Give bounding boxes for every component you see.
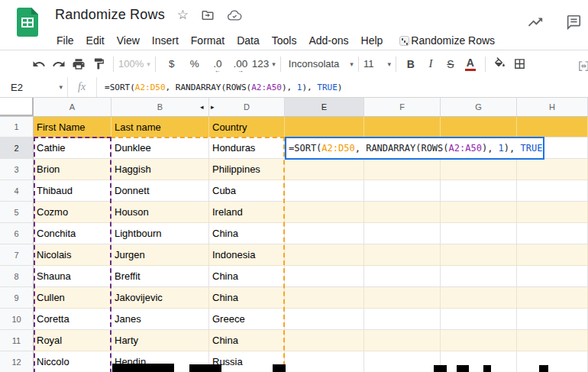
italic-button[interactable]: I [421,55,441,73]
fill-color-button[interactable] [490,55,510,73]
column-header-G[interactable]: G [441,98,517,116]
cell[interactable] [364,309,441,330]
cell[interactable]: Jakovijevic [111,287,209,309]
cell[interactable]: Honduras [209,137,285,159]
header-cell[interactable] [441,117,517,137]
column-header-F[interactable]: F [364,98,441,116]
increase-decimals-button[interactable]: .00→ [229,55,252,73]
format-currency-button[interactable]: $ [160,55,183,73]
menu-data[interactable]: Data [231,34,266,47]
cell[interactable] [285,223,364,244]
cell[interactable] [364,244,441,266]
menu-help[interactable]: Help [355,34,389,47]
row-header-12[interactable]: 12 [0,351,34,372]
cell[interactable]: Philippines [209,159,285,180]
formula-input[interactable]: =SORT(A2:D50, RANDARRAY(ROWS(A2:A50), 1)… [97,82,342,92]
format-percent-button[interactable]: % [183,55,206,73]
cell[interactable]: Indonesia [209,244,285,266]
cell[interactable]: Houson [111,202,209,223]
cell[interactable] [285,330,364,351]
cell[interactable]: Haggish [111,159,209,180]
trending-icon[interactable] [527,14,544,34]
row-header-7[interactable]: 7 [0,244,34,266]
cell[interactable] [285,309,364,330]
paint-format-button[interactable] [89,55,108,73]
cell[interactable] [441,287,517,309]
cell[interactable]: Ireland [209,202,285,223]
cell[interactable] [441,309,517,330]
cell[interactable]: Niccolo [34,351,111,372]
cell[interactable] [285,351,364,372]
document-title[interactable]: Randomize Rows [55,7,165,23]
row-header-6[interactable]: 6 [0,223,34,244]
cell[interactable] [441,223,517,244]
cell[interactable]: Cozmo [34,202,111,223]
cell[interactable] [364,159,441,180]
cell[interactable]: Breffit [111,266,209,287]
menu-view[interactable]: View [111,34,146,47]
cell[interactable] [364,330,441,351]
cell[interactable]: China [209,287,285,309]
cell[interactable]: Greece [209,309,285,330]
cell[interactable] [517,180,588,202]
decrease-decimals-button[interactable]: .0← [206,55,229,73]
comments-icon[interactable] [565,14,582,34]
cell[interactable]: Cuba [209,180,285,202]
menu-edit[interactable]: Edit [80,34,111,47]
cell[interactable]: Cathie [34,137,111,159]
menu-tools[interactable]: Tools [266,34,303,47]
cell[interactable]: Janes [111,309,209,330]
cell[interactable] [441,159,517,180]
column-header-E[interactable]: E [285,98,364,116]
header-cell[interactable]: Country [209,117,285,137]
cell[interactable] [441,244,517,266]
hidden-column-left-icon[interactable]: ◂ [200,102,204,112]
cell[interactable] [517,202,588,223]
cell[interactable] [441,351,517,372]
cell[interactable] [285,159,364,180]
cell[interactable]: Coretta [34,309,111,330]
more-formats-button[interactable]: 123▾ [252,55,276,73]
row-header-3[interactable]: 3 [0,159,34,180]
cell[interactable] [517,266,588,287]
hidden-column-right-icon[interactable]: ▸ [211,102,215,112]
cell[interactable]: Harty [111,330,209,351]
cell[interactable] [517,244,588,266]
cell[interactable]: Shauna [34,266,111,287]
cell[interactable] [285,266,364,287]
cell[interactable] [364,287,441,309]
cell[interactable] [364,202,441,223]
star-icon[interactable]: ☆ [177,7,189,23]
cell[interactable] [441,330,517,351]
merge-cells-button[interactable] [573,57,588,75]
cell[interactable]: Donnett [111,180,209,202]
cell[interactable] [441,266,517,287]
column-header-D[interactable]: D [209,98,285,116]
name-box-dropdown-icon[interactable]: ▾ [59,83,63,91]
row-header-9[interactable]: 9 [0,287,34,309]
row-header-10[interactable]: 10 [0,309,34,330]
cell[interactable] [364,351,441,372]
cell[interactable] [441,180,517,202]
column-header-H[interactable]: H [517,98,588,116]
row-header-8[interactable]: 8 [0,266,34,287]
menu-insert[interactable]: Insert [146,34,185,47]
cell[interactable]: Conchita [34,223,111,244]
zoom-select[interactable]: 100%▾ [118,55,150,73]
strikethrough-button[interactable]: S [441,55,460,73]
font-select[interactable]: Inconsolata▾ [286,55,354,73]
cell[interactable] [517,330,588,351]
cell[interactable] [285,244,364,266]
cell[interactable]: Jurgen [111,244,209,266]
row-header-5[interactable]: 5 [0,202,34,223]
header-cell[interactable] [517,117,588,137]
redo-button[interactable] [49,55,69,73]
cloud-saved-icon[interactable] [227,8,242,23]
cell[interactable] [285,287,364,309]
row-header-4[interactable]: 4 [0,180,34,202]
cell[interactable]: Cullen [34,287,111,309]
sheets-logo-icon[interactable] [17,8,38,37]
column-header-A[interactable]: A [34,98,111,116]
cell[interactable] [364,266,441,287]
undo-button[interactable] [29,55,49,73]
